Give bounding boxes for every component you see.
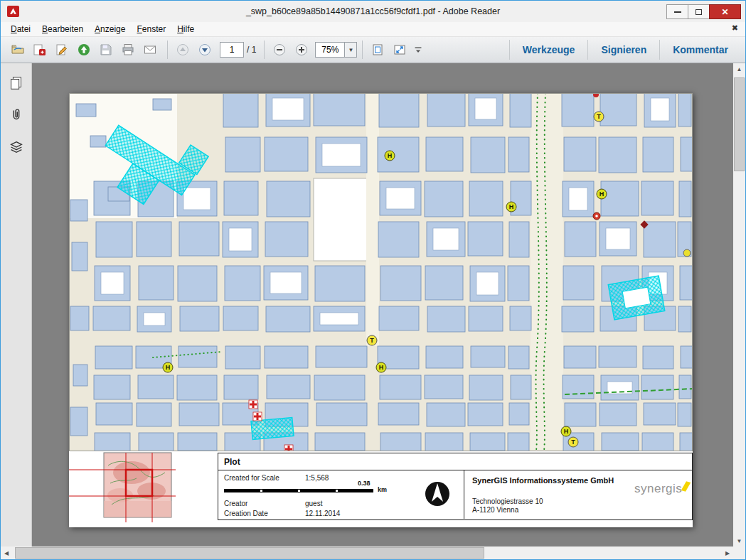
svg-text:H: H bbox=[166, 364, 171, 371]
tram-stop-icon: H bbox=[376, 362, 386, 372]
page-up-icon bbox=[176, 43, 189, 56]
maximize-icon bbox=[696, 9, 702, 15]
navigation-pane-strip bbox=[1, 63, 32, 546]
pharmacy-cross-icon bbox=[253, 412, 262, 421]
menu-datei[interactable]: Datei bbox=[5, 23, 36, 36]
comment-panel-button[interactable]: Kommentar bbox=[659, 40, 741, 60]
fullscreen-button[interactable] bbox=[390, 41, 409, 60]
fill-sign-button[interactable] bbox=[52, 41, 71, 60]
scale-bar bbox=[224, 489, 373, 492]
svg-text:T: T bbox=[571, 438, 575, 446]
zoom-level-select[interactable]: 75% ▼ bbox=[315, 42, 357, 58]
zoom-out-button[interactable] bbox=[270, 41, 289, 60]
creator-label: Creator bbox=[224, 500, 247, 507]
vertical-scrollbar[interactable]: ▲ ▼ bbox=[733, 63, 745, 546]
title-bar[interactable]: _swp_b60ce89a85b14490871a1cc56f9cfdf1.pd… bbox=[1, 1, 745, 22]
city-map: H H H H H H T T T bbox=[69, 93, 693, 451]
open-folder-icon bbox=[11, 43, 24, 56]
tram-stop-icon: H bbox=[597, 189, 607, 199]
zoom-plus-icon bbox=[295, 43, 308, 56]
svg-text:H: H bbox=[388, 152, 393, 159]
pharmacy-cross-icon bbox=[249, 400, 257, 409]
print-button[interactable] bbox=[118, 41, 137, 60]
save-button[interactable] bbox=[96, 41, 115, 60]
email-button[interactable] bbox=[140, 41, 159, 60]
svg-text:H: H bbox=[564, 428, 569, 435]
document-area: H H H H H H T T T bbox=[1, 63, 745, 559]
chevron-more-icon bbox=[412, 43, 424, 56]
upload-arrow-icon bbox=[78, 43, 90, 56]
scroll-up-arrow-icon[interactable]: ▲ bbox=[733, 63, 745, 75]
horizontal-scrollbar[interactable]: ◀ ▶ bbox=[1, 546, 733, 559]
sign-panel-button[interactable]: Signieren bbox=[587, 40, 659, 60]
sign-pen-icon bbox=[55, 43, 68, 56]
vertical-scroll-thumb[interactable] bbox=[734, 77, 745, 171]
share-upload-button[interactable] bbox=[74, 41, 93, 60]
export-pdf-icon bbox=[33, 43, 46, 56]
menu-anzeige[interactable]: Anzeige bbox=[89, 23, 131, 36]
taxi-stand-icon: T bbox=[367, 335, 377, 345]
pdf-page: H H H H H H T T T bbox=[69, 93, 693, 527]
synergis-logo: synergis bbox=[634, 482, 688, 496]
plot-footer: Plot Created for Scale 1:5,568 0.38 km C… bbox=[69, 451, 693, 527]
next-page-button[interactable] bbox=[195, 41, 214, 60]
map-graphic: H H H H H H T T T bbox=[69, 93, 693, 451]
scale-label: Created for Scale bbox=[224, 474, 279, 482]
scroll-down-arrow-icon[interactable]: ▼ bbox=[733, 535, 745, 546]
export-pdf-button[interactable] bbox=[30, 41, 49, 60]
page-thumbnails-button[interactable] bbox=[1, 69, 32, 97]
window-title: _swp_b60ce89a85b14490871a1cc56f9cfdf1.pd… bbox=[1, 1, 745, 22]
attachments-button[interactable] bbox=[1, 100, 32, 129]
company-address-line1: Technologiestrasse 10 bbox=[472, 497, 543, 505]
zoom-in-button[interactable] bbox=[292, 41, 311, 60]
page-number-input[interactable] bbox=[220, 42, 244, 58]
zoom-dropdown-arrow-icon[interactable]: ▼ bbox=[344, 43, 356, 57]
footer-divider bbox=[464, 470, 464, 519]
zoom-minus-icon bbox=[273, 43, 286, 56]
fullscreen-arrows-icon bbox=[393, 43, 406, 56]
taxi-stand-icon: T bbox=[568, 437, 578, 447]
open-button[interactable] bbox=[8, 41, 27, 60]
layers-button[interactable] bbox=[1, 133, 32, 161]
scroll-left-arrow-icon[interactable]: ◀ bbox=[1, 546, 12, 559]
close-button[interactable]: ✕ bbox=[709, 4, 741, 19]
tools-panel-button[interactable]: Werkzeuge bbox=[509, 40, 588, 60]
svg-text:T: T bbox=[597, 113, 601, 120]
horizontal-scroll-thumb[interactable] bbox=[15, 547, 484, 559]
tram-stop-icon: H bbox=[561, 426, 571, 436]
menu-fenster[interactable]: Fenster bbox=[131, 23, 171, 36]
svg-text:H: H bbox=[379, 364, 384, 371]
toolbar-separator bbox=[362, 41, 363, 59]
company-name: SynerGIS Informationssysteme GmbH bbox=[472, 476, 614, 485]
document-canvas[interactable]: H H H H H H T T T bbox=[32, 63, 733, 546]
page-display-icon bbox=[371, 43, 384, 56]
scrollbar-corner bbox=[733, 546, 745, 559]
scale-bar-unit: km bbox=[378, 486, 387, 493]
creation-date-label: Creation Date bbox=[224, 510, 268, 517]
pharmacy-cross-icon bbox=[284, 445, 293, 451]
paperclip-icon bbox=[9, 107, 24, 122]
taxi-stand-icon: T bbox=[594, 112, 604, 122]
adobe-reader-window: _swp_b60ce89a85b14490871a1cc56f9cfdf1.pd… bbox=[0, 0, 746, 560]
menu-bearbeiten[interactable]: Bearbeiten bbox=[36, 23, 89, 36]
previous-page-button[interactable] bbox=[173, 41, 192, 60]
avenue bbox=[366, 93, 379, 346]
minimize-button[interactable] bbox=[666, 4, 688, 19]
more-tools-chevron[interactable] bbox=[412, 41, 425, 60]
maximize-button[interactable] bbox=[688, 4, 710, 19]
close-document-button[interactable]: ✖ bbox=[732, 23, 738, 33]
tram-stop-icon: H bbox=[163, 362, 173, 372]
creation-date-value: 12.11.2014 bbox=[305, 510, 340, 517]
scale-value: 1:5,568 bbox=[305, 474, 329, 482]
scroll-right-arrow-icon[interactable]: ▶ bbox=[722, 546, 733, 559]
page-display-button[interactable] bbox=[368, 41, 387, 60]
page-total-label: / 1 bbox=[247, 45, 256, 55]
red-pin-center bbox=[595, 215, 598, 217]
menu-hilfe[interactable]: Hilfe bbox=[171, 23, 200, 36]
toolbar-separator bbox=[264, 41, 265, 59]
yellow-marker-icon bbox=[683, 249, 691, 257]
large-courtyard bbox=[314, 178, 369, 261]
save-floppy-icon bbox=[100, 43, 112, 56]
envelope-icon bbox=[144, 43, 156, 56]
printer-icon bbox=[122, 43, 134, 56]
